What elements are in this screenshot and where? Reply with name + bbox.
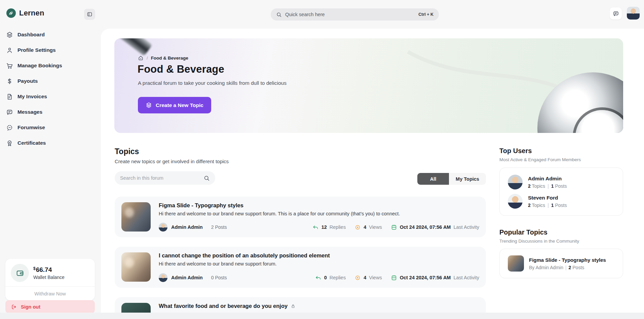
topic-thumbnail (121, 202, 151, 232)
top-users-title: Top Users (499, 147, 532, 155)
stats-separator: | (547, 203, 549, 208)
sidebar-item-certificates[interactable]: Certificates (6, 138, 46, 148)
wallet-amount: $66.74 (33, 266, 65, 274)
sidebar-item-dashboard[interactable]: Dashboard (6, 30, 45, 39)
topics-filter-tabs: All My Topics (417, 173, 486, 185)
breadcrumb-current[interactable]: Food & Beverage (151, 56, 188, 61)
withdraw-now-button[interactable]: Withdraw Now (5, 287, 95, 300)
decorative-pen-image (114, 38, 153, 56)
user-topics-count: 2 (528, 203, 531, 208)
sidebar-item-payouts[interactable]: Payouts (6, 76, 38, 86)
replies-label: Replies (330, 275, 346, 280)
replies-count: 0 (324, 275, 327, 280)
sidebar-item-manage-bookings[interactable]: Manage Bookings (6, 61, 62, 70)
popular-topic-posts-label: Posts (572, 265, 584, 270)
topic-title[interactable]: I cannot change the position of an absol… (159, 252, 479, 259)
topic-author[interactable]: Admin Admin 2 Posts (159, 223, 227, 232)
views-stat: 4 Views (354, 224, 382, 231)
last-activity-stat: Oct 24 2024, 07:56 AM Last Activity (391, 224, 479, 231)
create-new-topic-label: Create a New Topic (156, 102, 203, 108)
wallet-balance-card: $66.74 Wallet Balance Withdraw Now (5, 259, 95, 300)
popular-topic-author: By Admin Admin (529, 265, 563, 270)
sign-out-label: Sign out (21, 304, 40, 310)
views-label: Views (369, 275, 382, 280)
author-avatar (159, 273, 167, 282)
layers-icon (146, 102, 152, 108)
breadcrumb-separator: / (147, 56, 148, 61)
views-stat: 4 Views (354, 275, 382, 281)
top-users-card: Admin Admin 2 Topics|1 Posts Steven Ford… (499, 168, 623, 216)
global-search[interactable]: Ctrl + K (271, 8, 439, 21)
topic-card[interactable]: I cannot change the position of an absol… (115, 247, 486, 288)
user-stats: 2 Topics|1 Posts (528, 183, 567, 189)
topic-title[interactable]: What favorite food and or beverage do yo… (159, 303, 479, 309)
popular-topic-card[interactable]: Figma Slide - Typography styles By Admin… (499, 249, 623, 278)
sidebar-item-my-invoices[interactable]: My Invoices (6, 92, 47, 101)
topics-section-subtitle: Create new topics or get involved in dif… (115, 158, 229, 164)
top-user-row[interactable]: Admin Admin 2 Topics|1 Posts (508, 175, 615, 189)
user-topics-label: Topics (532, 183, 545, 189)
wallet-icon-badge (11, 264, 29, 282)
search-icon (203, 175, 210, 181)
author-name: Admin Admin (171, 275, 203, 280)
sidebar-item-label: Manage Bookings (17, 63, 62, 69)
sign-out-button[interactable]: Sign out (5, 300, 95, 313)
popular-topic-thumbnail (508, 255, 524, 272)
top-users-subtitle: Most Active & Engaged Forum Members (499, 157, 581, 162)
views-icon (354, 275, 361, 281)
user-posts-label: Posts (555, 183, 567, 189)
sidebar-toggle-button[interactable] (84, 9, 95, 20)
topic-meta-row: Admin Admin 2 Posts 12 Replies 4 Views (159, 223, 479, 232)
sidebar-item-profile-settings[interactable]: Profile Settings (6, 45, 56, 55)
topic-author[interactable]: Admin Admin 0 Posts (159, 273, 227, 282)
app-root: Lernen Ctrl + K Dashboard Profile Settin… (0, 0, 644, 319)
forum-search-input[interactable] (120, 175, 203, 181)
layers-icon (6, 31, 13, 38)
wallet-texts: $66.74 Wallet Balance (33, 266, 65, 280)
message-icon (6, 109, 13, 116)
last-activity-label: Last Activity (453, 275, 479, 280)
topic-title[interactable]: Figma Slide - Typography styles (159, 202, 479, 209)
topic-thumbnail (121, 252, 151, 282)
wallet-amount-value: 66.74 (36, 266, 52, 273)
last-activity-stat: Oct 24 2024, 07:56 AM Last Activity (391, 275, 479, 281)
global-search-input[interactable] (285, 12, 415, 17)
forum-search[interactable] (115, 171, 215, 185)
logout-icon (11, 304, 17, 310)
create-new-topic-button[interactable]: Create a New Topic (138, 97, 211, 113)
user-name: Admin Admin (528, 176, 567, 182)
topic-description: Hi there and welcome to our brand new su… (159, 261, 479, 267)
wallet-icon (16, 269, 24, 277)
invoice-icon (6, 93, 13, 100)
user-topics-label: Topics (532, 203, 545, 208)
messages-header-button[interactable] (610, 7, 622, 20)
sidebar-item-messages[interactable]: Messages (6, 107, 42, 117)
author-avatar (159, 223, 167, 232)
reply-icon (312, 224, 319, 231)
top-user-row[interactable]: Steven Ford 2 Topics|1 Posts (508, 194, 615, 209)
brand-name: Lernen (19, 9, 44, 17)
views-count: 4 (364, 224, 366, 230)
topic-card[interactable]: Figma Slide - Typography styles Hi there… (115, 197, 486, 237)
brand-logo[interactable]: Lernen (6, 8, 44, 18)
replies-count: 12 (321, 224, 327, 230)
author-name: Admin Admin (171, 224, 203, 230)
views-icon (354, 224, 361, 231)
user-avatar[interactable] (627, 7, 640, 20)
tab-my-topics[interactable]: My Topics (449, 173, 486, 185)
sidebar-item-forumwise[interactable]: Forumwise (6, 123, 45, 132)
replies-stat: 0 Replies (315, 275, 346, 281)
tab-all[interactable]: All (417, 173, 449, 185)
search-icon (276, 12, 282, 17)
page-bottom-strip (0, 313, 644, 319)
forum-icon (6, 124, 13, 131)
views-label: Views (369, 224, 382, 230)
user-info: Admin Admin 2 Topics|1 Posts (528, 176, 567, 189)
popular-topic-posts-count: 2 (569, 265, 571, 270)
author-posts-count: 0 Posts (211, 275, 227, 280)
home-icon[interactable] (138, 55, 144, 61)
dollar-icon (6, 78, 13, 85)
popular-topic-info: Figma Slide - Typography styles By Admin… (529, 257, 606, 270)
user-stats: 2 Topics|1 Posts (528, 203, 567, 208)
sidebar-item-label: Payouts (17, 78, 38, 84)
